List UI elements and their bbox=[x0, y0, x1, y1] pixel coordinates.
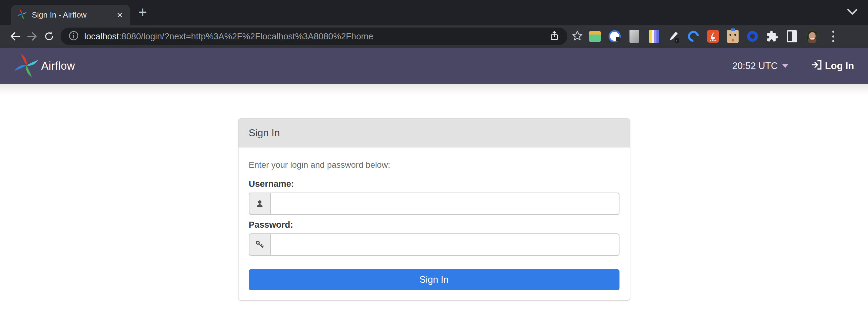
caret-down-icon bbox=[782, 64, 788, 68]
clock-label: 20:52 UTC bbox=[732, 61, 778, 71]
blue-ring-extension-icon[interactable] bbox=[746, 30, 759, 43]
navbar-shadow bbox=[0, 84, 868, 94]
url-bar[interactable]: localhost:8080/login/?next=http%3A%2F%2F… bbox=[61, 28, 567, 45]
back-button[interactable] bbox=[7, 28, 24, 45]
pen-extension-icon[interactable] bbox=[668, 30, 680, 43]
username-input-group bbox=[249, 193, 619, 215]
url-path: :8080/login/?next=http%3A%2F%2Flocalhost… bbox=[119, 32, 373, 41]
airflow-logo-icon bbox=[14, 53, 39, 79]
tab-title: Sign In - Airflow bbox=[32, 10, 110, 20]
page-info-icon[interactable] bbox=[68, 31, 79, 42]
new-tab-button[interactable]: + bbox=[138, 5, 147, 20]
browser-menu-kebab-icon[interactable] bbox=[832, 31, 835, 42]
cat-box-extension-icon[interactable] bbox=[726, 30, 739, 43]
key-icon bbox=[249, 233, 271, 256]
bookmark-star-icon[interactable] bbox=[571, 30, 583, 43]
airflow-brand[interactable]: Airflow bbox=[14, 53, 75, 79]
airflow-navbar: Airflow 20:52 UTC Log In bbox=[0, 48, 868, 84]
tab-search-chevron-icon[interactable] bbox=[847, 8, 858, 17]
share-icon[interactable] bbox=[549, 31, 559, 42]
panel-title: Sign In bbox=[239, 119, 630, 147]
fire-extension-icon[interactable] bbox=[707, 30, 719, 43]
login-label: Log In bbox=[825, 60, 854, 71]
tab-close-icon[interactable]: × bbox=[115, 10, 125, 20]
password-label: Password: bbox=[249, 220, 619, 230]
browser-toolbar: localhost:8080/login/?next=http%3A%2F%2F… bbox=[0, 25, 868, 48]
browser-tab-strip: Sign In - Airflow × + bbox=[0, 0, 868, 25]
timezone-dropdown[interactable]: 20:52 UTC bbox=[732, 61, 788, 71]
navbar-login-link[interactable]: Log In bbox=[811, 59, 854, 73]
username-label: Username: bbox=[249, 179, 619, 189]
page-content: Sign In Enter your login and password be… bbox=[0, 119, 868, 301]
username-input[interactable] bbox=[271, 193, 619, 215]
signin-instructions: Enter your login and password below: bbox=[249, 160, 619, 170]
password-input-group bbox=[249, 233, 619, 256]
sign-in-arrow-icon bbox=[811, 59, 823, 73]
signin-submit-button[interactable]: Sign In bbox=[249, 269, 619, 290]
blue-c-extension-icon[interactable] bbox=[687, 30, 700, 43]
extensions-puzzle-icon[interactable] bbox=[766, 30, 779, 43]
password-input[interactable] bbox=[271, 233, 619, 256]
color-columns-extension-icon[interactable] bbox=[648, 30, 660, 43]
url-text: localhost:8080/login/?next=http%3A%2F%2F… bbox=[84, 32, 544, 41]
extensions-row bbox=[589, 29, 835, 43]
signin-panel: Sign In Enter your login and password be… bbox=[238, 119, 630, 301]
browser-tab[interactable]: Sign In - Airflow × bbox=[11, 5, 130, 25]
onepassword-extension-icon[interactable] bbox=[608, 30, 621, 43]
user-silhouette-icon bbox=[249, 193, 271, 215]
url-host: localhost bbox=[84, 32, 119, 41]
gray-card-extension-icon[interactable] bbox=[628, 30, 641, 43]
folder-extension-icon[interactable] bbox=[589, 30, 601, 43]
profile-avatar[interactable] bbox=[805, 29, 819, 43]
reload-button[interactable] bbox=[41, 28, 58, 45]
forward-button[interactable] bbox=[24, 28, 41, 45]
brand-label: Airflow bbox=[41, 60, 75, 72]
airflow-favicon-icon bbox=[17, 9, 27, 21]
side-panel-icon[interactable] bbox=[785, 30, 798, 43]
